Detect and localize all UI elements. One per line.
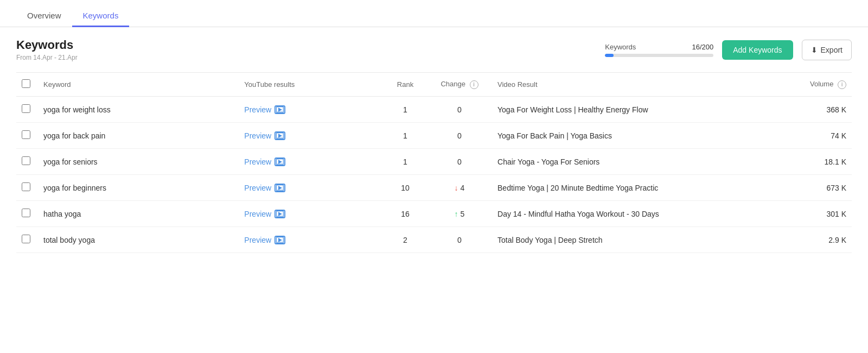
select-all-checkbox[interactable] — [22, 79, 30, 88]
row-video-result: Chair Yoga - Yoga For Seniors — [492, 149, 797, 175]
keywords-counter-value: 16/200 — [692, 43, 713, 51]
row-video-result: Day 14 - Mindful Hatha Yoga Workout - 30… — [492, 201, 797, 227]
page-header: Keywords From 14.Apr - 21.Apr Keywords 1… — [0, 27, 868, 67]
row-volume: 368 K — [797, 97, 852, 123]
row-youtube-results: Preview — [239, 175, 384, 201]
row-checkbox-cell — [16, 227, 38, 253]
table-row: yoga for weight loss Preview 10Yoga For … — [16, 97, 852, 123]
row-change: 0 — [427, 123, 492, 149]
table-row: total body yoga Preview 20Total Body Yog… — [16, 227, 852, 253]
preview-link[interactable]: Preview — [244, 105, 285, 114]
row-youtube-results: Preview — [239, 123, 384, 149]
page-title-block: Keywords From 14.Apr - 21.Apr — [16, 38, 78, 61]
table-row: yoga for seniors Preview 10Chair Yoga - … — [16, 149, 852, 175]
change-value: 5 — [461, 210, 465, 218]
header-right: Keywords 16/200 Add Keywords ⬇ Export — [605, 40, 852, 60]
row-youtube-results: Preview — [239, 97, 384, 123]
export-button[interactable]: ⬇ Export — [802, 40, 852, 60]
page-title: Keywords — [16, 38, 78, 52]
change-info-icon: i — [470, 80, 478, 89]
col-header-video: Video Result — [492, 73, 797, 97]
row-keyword: hatha yoga — [38, 201, 239, 227]
row-volume: 18.1 K — [797, 149, 852, 175]
preview-link[interactable]: Preview — [244, 157, 285, 166]
table-row: hatha yoga Preview 16↑5Day 14 - Mindful … — [16, 201, 852, 227]
preview-label: Preview — [244, 236, 271, 244]
row-volume: 74 K — [797, 123, 852, 149]
row-keyword: yoga for beginners — [38, 175, 239, 201]
row-change: 0 — [427, 97, 492, 123]
row-keyword: yoga for back pain — [38, 123, 239, 149]
col-header-youtube: YouTube results — [239, 73, 384, 97]
volume-info-icon: i — [838, 80, 846, 89]
arrow-down-icon: ↓ — [455, 184, 458, 192]
keywords-progress-bar — [605, 54, 713, 57]
row-rank: 2 — [384, 227, 427, 253]
row-checkbox[interactable] — [22, 209, 30, 217]
table-row: yoga for back pain Preview 10Yoga For Ba… — [16, 123, 852, 149]
change-value: 0 — [457, 131, 462, 140]
keywords-counter: Keywords 16/200 — [605, 43, 713, 57]
add-keywords-button[interactable]: Add Keywords — [722, 40, 793, 60]
row-checkbox[interactable] — [22, 182, 30, 191]
preview-label: Preview — [244, 157, 271, 166]
preview-label: Preview — [244, 184, 271, 192]
tab-keywords[interactable]: Keywords — [72, 5, 130, 27]
row-youtube-results: Preview — [239, 149, 384, 175]
row-video-result: Total Body Yoga | Deep Stretch — [492, 227, 797, 253]
svg-marker-7 — [279, 160, 282, 163]
tab-bar: Overview Keywords — [0, 0, 868, 27]
col-header-rank: Rank — [384, 73, 427, 97]
preview-link[interactable]: Preview — [244, 210, 285, 218]
svg-marker-16 — [279, 238, 282, 242]
svg-marker-4 — [279, 134, 282, 137]
row-checkbox-cell — [16, 97, 38, 123]
row-video-result: Yoga For Back Pain | Yoga Basics — [492, 123, 797, 149]
row-keyword: total body yoga — [38, 227, 239, 253]
svg-rect-11 — [277, 190, 283, 191]
row-keyword: yoga for seniors — [38, 149, 239, 175]
table-row: yoga for beginners Preview 10↓4Bedtime Y… — [16, 175, 852, 201]
row-volume: 301 K — [797, 201, 852, 227]
preview-link[interactable]: Preview — [244, 131, 285, 140]
row-change: 0 — [427, 227, 492, 253]
change-value: 0 — [457, 236, 462, 244]
preview-video-icon — [275, 105, 285, 114]
arrow-up-icon: ↑ — [455, 210, 458, 218]
change-value: 4 — [461, 184, 465, 192]
keywords-table: Keyword YouTube results Rank Change i Vi… — [16, 72, 852, 253]
row-checkbox-cell — [16, 201, 38, 227]
svg-marker-13 — [279, 212, 282, 216]
preview-link[interactable]: Preview — [244, 236, 285, 244]
row-checkbox-cell — [16, 175, 38, 201]
row-keyword: yoga for weight loss — [38, 97, 239, 123]
keywords-counter-label: Keywords — [605, 43, 636, 51]
col-header-keyword: Keyword — [38, 73, 239, 97]
export-icon: ⬇ — [811, 46, 818, 54]
row-checkbox[interactable] — [22, 104, 30, 113]
svg-rect-14 — [277, 216, 283, 217]
preview-video-icon — [275, 210, 285, 218]
keywords-progress-fill — [605, 54, 614, 57]
svg-rect-17 — [277, 242, 283, 243]
row-video-result: Bedtime Yoga | 20 Minute Bedtime Yoga Pr… — [492, 175, 797, 201]
change-value: 0 — [457, 157, 462, 166]
row-rank: 1 — [384, 97, 427, 123]
svg-marker-1 — [279, 108, 282, 111]
tab-overview[interactable]: Overview — [16, 5, 72, 27]
row-rank: 10 — [384, 175, 427, 201]
preview-video-icon — [275, 236, 285, 244]
svg-rect-5 — [277, 137, 283, 138]
preview-link[interactable]: Preview — [244, 184, 285, 192]
row-checkbox[interactable] — [22, 235, 30, 243]
preview-video-icon — [275, 184, 285, 192]
row-checkbox[interactable] — [22, 130, 30, 139]
preview-label: Preview — [244, 105, 271, 114]
svg-rect-8 — [277, 163, 283, 165]
row-video-result: Yoga For Weight Loss | Healthy Energy Fl… — [492, 97, 797, 123]
row-checkbox[interactable] — [22, 156, 30, 165]
row-rank: 16 — [384, 201, 427, 227]
table-header-row: Keyword YouTube results Rank Change i Vi… — [16, 73, 852, 97]
row-youtube-results: Preview — [239, 227, 384, 253]
change-value: 0 — [457, 105, 462, 114]
